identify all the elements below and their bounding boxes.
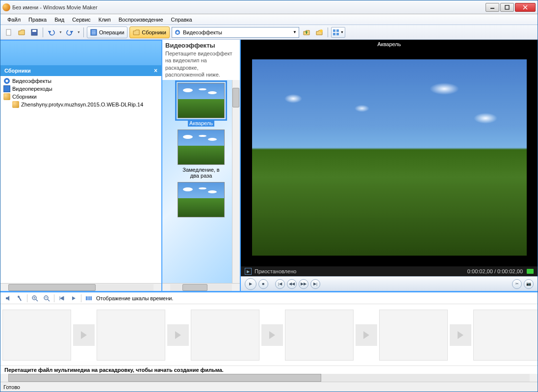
menu-help[interactable]: Справка bbox=[168, 16, 195, 24]
maximize-button[interactable] bbox=[500, 3, 514, 12]
preview-video bbox=[241, 49, 538, 266]
storyboard-clip-slot[interactable] bbox=[97, 310, 165, 361]
effects-hint: Перетащите видеоэффект на видеоклип на р… bbox=[165, 50, 237, 78]
preview-time: 0:00:02,00 / 0:00:02,00 bbox=[467, 268, 523, 274]
preview-status-bar: ▶ Приостановлено 0:00:02,00 / 0:00:02,00 bbox=[241, 266, 538, 276]
minimize-button[interactable] bbox=[486, 3, 499, 12]
undo-dropdown-icon[interactable]: ▼ bbox=[59, 30, 62, 34]
menu-clip[interactable]: Клип bbox=[96, 16, 114, 24]
status-indicator-icon bbox=[527, 269, 534, 274]
stop-button[interactable]: ■ bbox=[258, 279, 268, 289]
effect-thumb bbox=[178, 130, 225, 165]
menu-play[interactable]: Воспроизведение bbox=[116, 16, 166, 24]
play-button[interactable]: ▶ bbox=[245, 278, 256, 290]
effect-item-slowdown[interactable]: Замедление, в два раза bbox=[177, 130, 226, 179]
collections-title: Сборники bbox=[4, 68, 31, 74]
prev-clip-button[interactable]: |◀ bbox=[275, 279, 285, 289]
audio-levels-button[interactable] bbox=[15, 294, 24, 303]
effect-item[interactable] bbox=[177, 182, 226, 217]
menu-view[interactable]: Вид bbox=[51, 16, 67, 24]
open-button[interactable] bbox=[16, 27, 27, 38]
preview-panel: Акварель ▶ Приостановлено 0:00:02,00 / 0… bbox=[241, 40, 538, 291]
storyboard-clip-slot[interactable] bbox=[473, 310, 538, 361]
effects-h-scrollbar[interactable] bbox=[162, 283, 240, 291]
up-level-button[interactable] bbox=[301, 27, 312, 38]
collections-tree[interactable]: Видеоэффекты Видеопереходы Сборники Zhen… bbox=[0, 76, 161, 283]
storyboard-transition-slot[interactable] bbox=[356, 324, 377, 346]
svg-rect-1 bbox=[505, 5, 509, 9]
tasks-label: Операции bbox=[99, 29, 124, 35]
narrate-button[interactable] bbox=[3, 294, 12, 303]
sb-rewind-button[interactable] bbox=[57, 294, 66, 303]
effects-list[interactable]: Акварель Замедление, в два раза bbox=[162, 80, 240, 283]
storyboard-transition-slot[interactable] bbox=[167, 324, 189, 346]
storyboard-clip-slot[interactable] bbox=[191, 310, 259, 361]
storyboard-transition-slot[interactable] bbox=[450, 324, 471, 346]
new-button[interactable] bbox=[3, 27, 14, 38]
storyboard-scrollbar[interactable] bbox=[0, 374, 538, 382]
menu-edit[interactable]: Правка bbox=[26, 16, 50, 24]
rewind-button[interactable]: ◀◀ bbox=[287, 279, 297, 289]
folder-icon bbox=[3, 93, 10, 100]
snapshot-button[interactable]: 📷 bbox=[524, 279, 534, 289]
transition-icon bbox=[3, 85, 10, 92]
forward-button[interactable]: ▶▶ bbox=[299, 279, 308, 289]
tree-item-effects[interactable]: Видеоэффекты bbox=[2, 77, 159, 85]
storyboard-strip[interactable] bbox=[0, 304, 538, 366]
collections-header: Сборники × bbox=[0, 65, 161, 76]
storyboard-transition-slot[interactable] bbox=[73, 324, 95, 346]
undo-button[interactable] bbox=[46, 27, 57, 38]
svg-rect-4 bbox=[6, 29, 11, 35]
storyboard-toolbar: Отображение шкалы времени. bbox=[0, 292, 538, 304]
save-button[interactable] bbox=[29, 27, 40, 38]
toolbar: ▼ ▼ Операции Сборники Видеоэффекты ▼ ▼ bbox=[0, 25, 538, 40]
svg-rect-14 bbox=[336, 29, 339, 32]
main-area: Сборники × Видеоэффекты Видеопереходы Сб… bbox=[0, 40, 538, 292]
view-button[interactable]: ▼ bbox=[331, 27, 345, 38]
window-title: Без имени - Windows Movie Maker bbox=[12, 4, 486, 10]
tree-item-collections[interactable]: Сборники bbox=[2, 93, 159, 101]
effects-scrollbar[interactable] bbox=[232, 80, 240, 283]
tasks-button[interactable]: Операции bbox=[87, 26, 128, 38]
menu-file[interactable]: Файл bbox=[4, 16, 24, 24]
title-bar: Без имени - Windows Movie Maker bbox=[0, 0, 538, 14]
zoom-out-button[interactable] bbox=[42, 294, 51, 303]
zoom-in-button[interactable] bbox=[30, 294, 39, 303]
star-icon bbox=[174, 29, 181, 36]
tasks-icon bbox=[90, 29, 97, 36]
split-button[interactable]: ✂ bbox=[512, 279, 522, 289]
sb-play-button[interactable] bbox=[69, 294, 78, 303]
storyboard-transition-slot[interactable] bbox=[261, 324, 283, 346]
svg-line-24 bbox=[48, 299, 50, 301]
storyboard-drag-hint: Перетащите файл мультимедиа на раскадров… bbox=[0, 366, 538, 374]
collections-scrollbar[interactable] bbox=[0, 283, 161, 291]
svg-rect-15 bbox=[333, 33, 335, 35]
effects-title: Видеоэффекты bbox=[165, 42, 237, 49]
menu-tools[interactable]: Сервис bbox=[69, 16, 94, 24]
redo-button[interactable] bbox=[64, 27, 75, 38]
new-folder-button[interactable] bbox=[314, 27, 325, 38]
preview-title: Акварель bbox=[241, 40, 538, 49]
window-controls bbox=[486, 3, 536, 12]
app-icon bbox=[2, 3, 10, 11]
location-combo[interactable]: Видеоэффекты ▼ bbox=[172, 27, 299, 38]
storyboard-clip-slot[interactable] bbox=[379, 310, 448, 361]
timeline-toggle-button[interactable] bbox=[84, 294, 93, 303]
redo-dropdown-icon[interactable]: ▼ bbox=[77, 30, 80, 34]
close-button[interactable] bbox=[515, 3, 536, 12]
collections-button[interactable]: Сборники bbox=[129, 26, 170, 38]
storyboard-clip-slot[interactable] bbox=[2, 310, 71, 361]
svg-rect-16 bbox=[336, 33, 339, 35]
storyboard-clip-slot[interactable] bbox=[285, 310, 354, 361]
reel-icon bbox=[12, 101, 19, 108]
storyboard-hint: Отображение шкалы времени. bbox=[96, 295, 173, 301]
tree-item-file[interactable]: Zhenshyny.protyv.muzhsyn.2015.O.WEB-DLRi… bbox=[2, 101, 159, 108]
close-panel-icon[interactable]: × bbox=[154, 67, 157, 74]
effect-item-watercolor[interactable]: Акварель bbox=[177, 83, 226, 127]
svg-line-20 bbox=[36, 299, 38, 301]
effect-thumb bbox=[178, 83, 225, 118]
next-clip-button[interactable]: ▶| bbox=[310, 279, 320, 289]
status-bar: Готово bbox=[0, 382, 538, 392]
effect-thumb bbox=[178, 182, 225, 217]
tree-item-transitions[interactable]: Видеопереходы bbox=[2, 85, 159, 93]
